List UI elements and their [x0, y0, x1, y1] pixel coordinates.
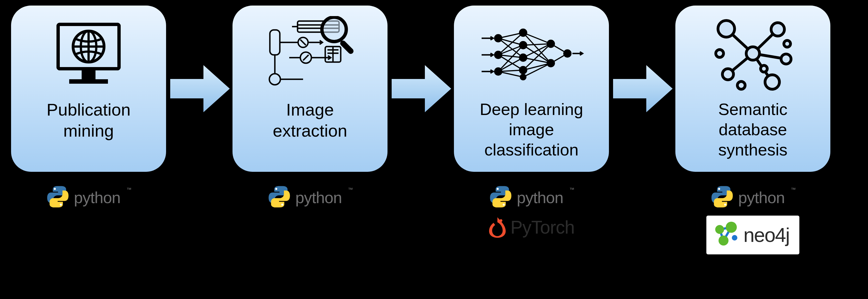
svg-point-8 — [54, 188, 56, 190]
svg-point-89 — [718, 188, 720, 190]
svg-point-83 — [722, 69, 734, 80]
svg-line-16 — [300, 39, 306, 45]
svg-point-59 — [519, 29, 527, 37]
card-label: Semanticdatabasesynthesis — [718, 99, 787, 160]
python-wordmark: python — [738, 188, 785, 207]
svg-point-95 — [726, 222, 737, 233]
svg-point-62 — [519, 66, 527, 74]
graph-nodes-icon — [684, 13, 822, 97]
svg-point-86 — [716, 50, 723, 57]
python-snake-icon — [268, 186, 290, 209]
python-trademark: ™ — [791, 187, 796, 193]
stage-logos: python ™ neo4j — [675, 186, 830, 254]
stage-semantic-database: Semanticdatabasesynthesis python ™ — [675, 5, 830, 254]
svg-point-30 — [322, 17, 346, 42]
arrow-icon — [609, 5, 675, 172]
neural-net-icon — [462, 13, 600, 97]
svg-point-82 — [781, 54, 791, 64]
svg-point-58 — [494, 67, 502, 76]
python-logo: python ™ — [47, 186, 130, 209]
svg-point-65 — [547, 59, 555, 67]
python-logo: python ™ — [711, 186, 795, 209]
svg-point-88 — [784, 40, 790, 47]
arrow-icon — [166, 5, 232, 172]
svg-point-96 — [718, 236, 728, 246]
neo4j-graph-icon — [713, 221, 740, 249]
pytorch-logo: PyTorch — [488, 216, 574, 239]
card-image-extraction: Imageextraction — [232, 5, 388, 172]
stage-logos: python ™ PyTorch — [454, 186, 609, 239]
python-trademark: ™ — [348, 187, 353, 193]
python-snake-icon — [490, 186, 512, 209]
python-snake-icon — [47, 186, 69, 209]
svg-line-23 — [303, 55, 309, 60]
svg-point-64 — [547, 39, 555, 48]
svg-point-79 — [746, 47, 760, 60]
svg-point-71 — [497, 188, 498, 190]
svg-point-32 — [275, 188, 277, 190]
python-wordmark: python — [517, 188, 563, 207]
svg-point-66 — [563, 49, 571, 58]
card-publication-mining: Publicationmining — [11, 5, 166, 172]
python-snake-icon — [711, 186, 733, 209]
monitor-globe-icon — [20, 13, 158, 97]
svg-point-87 — [761, 65, 767, 72]
card-deep-learning: Deep learningimageclassification — [454, 5, 609, 172]
stage-publication-mining: Publicationmining python ™ — [11, 5, 166, 209]
svg-point-90 — [724, 204, 726, 206]
pipeline-diagram: Publicationmining python ™ — [11, 5, 857, 254]
svg-line-45 — [523, 33, 551, 44]
neo4j-logo: neo4j — [706, 216, 799, 254]
svg-point-60 — [519, 41, 527, 49]
svg-line-49 — [523, 44, 551, 58]
svg-point-94 — [715, 225, 724, 234]
schematic-magnify-icon — [241, 13, 379, 97]
stage-logos: python ™ — [11, 186, 166, 209]
svg-rect-3 — [69, 79, 108, 84]
svg-point-56 — [494, 34, 502, 43]
card-label: Publicationmining — [46, 99, 130, 141]
arrow-icon — [388, 5, 454, 172]
card-label: Imageextraction — [273, 99, 347, 141]
python-wordmark: python — [295, 188, 342, 207]
card-semantic-database: Semanticdatabasesynthesis — [675, 5, 830, 172]
svg-point-80 — [718, 21, 735, 37]
svg-point-63 — [520, 74, 526, 80]
svg-point-12 — [269, 74, 280, 85]
stage-deep-learning: Deep learningimageclassification python … — [454, 5, 609, 239]
stage-logos: python ™ — [232, 186, 388, 209]
svg-line-47 — [523, 44, 551, 45]
svg-point-61 — [519, 53, 527, 62]
card-label: Deep learningimageclassification — [480, 99, 583, 160]
svg-point-73 — [500, 219, 502, 222]
svg-rect-10 — [270, 30, 280, 55]
svg-point-57 — [494, 51, 502, 59]
svg-point-9 — [60, 204, 62, 206]
svg-point-85 — [737, 81, 745, 89]
svg-point-84 — [765, 75, 779, 89]
python-logo: python ™ — [490, 186, 573, 209]
svg-point-72 — [503, 204, 504, 206]
svg-point-97 — [732, 235, 737, 241]
svg-point-81 — [771, 23, 784, 36]
python-trademark: ™ — [569, 187, 574, 193]
svg-point-33 — [281, 204, 283, 206]
python-wordmark: python — [74, 188, 120, 207]
neo4j-wordmark: neo4j — [743, 224, 789, 246]
stage-image-extraction: Imageextraction python ™ — [232, 5, 388, 209]
python-trademark: ™ — [126, 187, 131, 193]
pytorch-wordmark: PyTorch — [510, 217, 574, 238]
svg-rect-2 — [82, 69, 95, 79]
pytorch-flame-icon — [488, 216, 506, 239]
python-logo: python ™ — [268, 186, 352, 209]
